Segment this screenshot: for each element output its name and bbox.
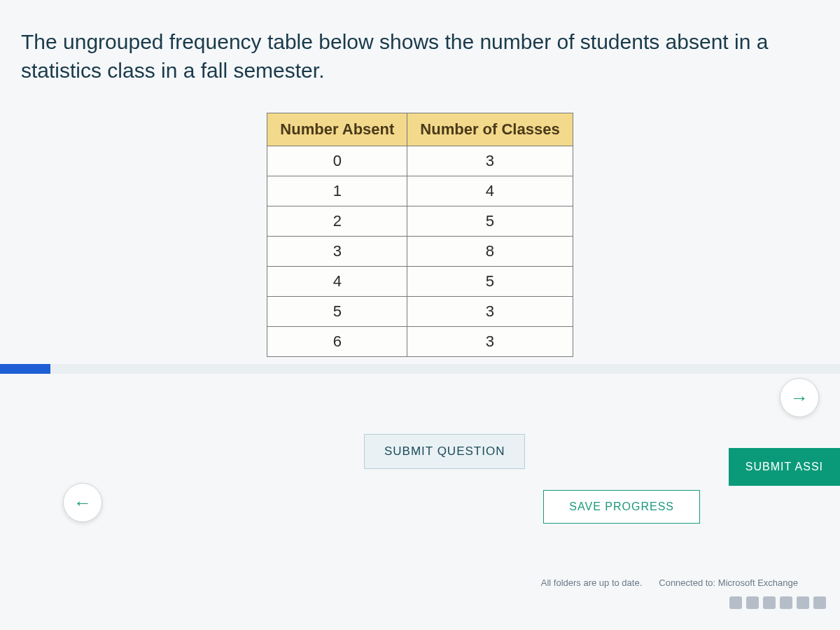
cell-classes: 5 [407, 206, 573, 237]
table-row: 5 3 [267, 297, 573, 327]
cell-absent: 0 [267, 146, 407, 176]
progress-bar-fill [0, 364, 50, 374]
cell-classes: 4 [407, 176, 573, 206]
submit-question-button[interactable]: SUBMIT QUESTION [364, 434, 525, 469]
col-header-classes: Number of Classes [407, 113, 573, 146]
cell-classes: 3 [407, 327, 573, 357]
next-question-button[interactable]: → [780, 378, 819, 417]
arrow-left-icon: ← [74, 492, 92, 514]
save-progress-button[interactable]: SAVE PROGRESS [543, 490, 700, 524]
cell-absent: 2 [267, 206, 407, 237]
system-tray [729, 596, 826, 609]
table-row: 3 8 [267, 237, 573, 267]
tray-icon [780, 596, 792, 609]
table-header-row: Number Absent Number of Classes [267, 113, 573, 146]
status-connection: Connected to: Microsoft Exchange [659, 578, 798, 588]
frequency-table-wrap: Number Absent Number of Classes 0 3 1 4 … [21, 113, 819, 357]
tray-icon [729, 596, 742, 609]
table-row: 6 3 [267, 327, 573, 357]
tray-icon [746, 596, 759, 609]
cell-absent: 5 [267, 297, 407, 327]
submit-assignment-button[interactable]: SUBMIT ASSI [729, 448, 840, 486]
cell-absent: 1 [267, 176, 407, 206]
status-folders: All folders are up to date. [541, 578, 643, 588]
cell-classes: 3 [407, 146, 573, 176]
col-header-absent: Number Absent [267, 113, 407, 146]
cell-classes: 5 [407, 267, 573, 297]
prev-question-button[interactable]: ← [63, 483, 102, 522]
tray-icon [763, 596, 776, 609]
table-row: 2 5 [267, 206, 573, 237]
status-bar: All folders are up to date. Connected to… [541, 578, 798, 588]
cell-classes: 3 [407, 297, 573, 327]
progress-bar-track [0, 364, 840, 374]
tray-icon [797, 596, 809, 609]
question-prompt: The ungrouped frequency table below show… [21, 28, 791, 85]
frequency-table: Number Absent Number of Classes 0 3 1 4 … [267, 113, 573, 357]
cell-classes: 8 [407, 237, 573, 267]
cell-absent: 3 [267, 237, 407, 267]
table-row: 4 5 [267, 267, 573, 297]
tray-icon [813, 596, 826, 609]
table-row: 0 3 [267, 146, 573, 176]
cell-absent: 6 [267, 327, 407, 357]
cell-absent: 4 [267, 267, 407, 297]
table-row: 1 4 [267, 176, 573, 206]
arrow-right-icon: → [790, 387, 808, 409]
